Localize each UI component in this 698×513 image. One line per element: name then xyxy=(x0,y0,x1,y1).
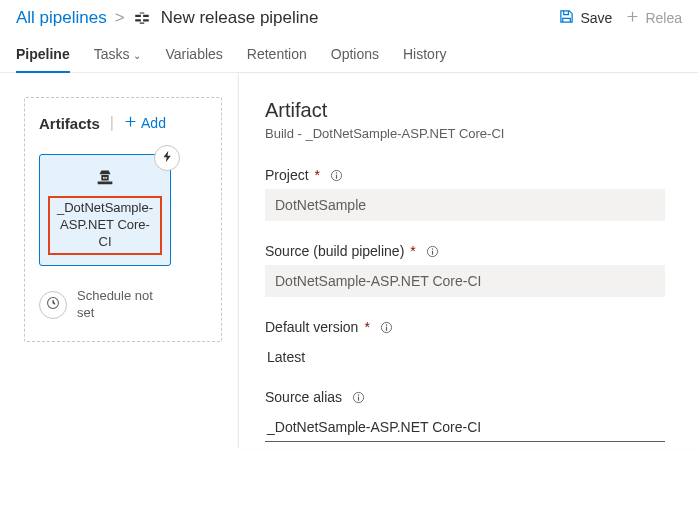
alias-label: Source alias xyxy=(265,389,342,405)
info-icon[interactable] xyxy=(380,321,393,334)
artifact-card[interactable]: _DotNetSample-ASP.NET Core-CI xyxy=(39,154,171,266)
plus-icon xyxy=(124,115,137,131)
tab-options[interactable]: Options xyxy=(331,38,379,72)
tab-tasks-label: Tasks xyxy=(94,46,130,62)
tab-tasks[interactable]: Tasks⌄ xyxy=(94,38,142,72)
required-marker: * xyxy=(315,167,320,183)
divider: | xyxy=(110,114,114,132)
info-icon[interactable] xyxy=(426,245,439,258)
artifact-details-pane: Artifact Build - _DotNetSample-ASP.NET C… xyxy=(238,73,698,448)
release-button[interactable]: Relea xyxy=(626,10,682,26)
schedule-badge xyxy=(39,291,67,319)
svg-point-5 xyxy=(432,248,433,249)
toolbar: Save Relea xyxy=(559,9,682,27)
build-icon xyxy=(94,165,116,190)
tabs: Pipeline Tasks⌄ Variables Retention Opti… xyxy=(0,32,698,73)
schedule-text: Schedule not set xyxy=(77,288,167,322)
clock-icon xyxy=(46,296,60,313)
project-input[interactable]: DotNetSample xyxy=(265,189,665,221)
tab-variables[interactable]: Variables xyxy=(165,38,222,72)
add-artifact-button[interactable]: Add xyxy=(124,115,166,131)
save-icon xyxy=(559,9,574,27)
default-version-input[interactable]: Latest xyxy=(265,341,665,367)
info-icon[interactable] xyxy=(330,169,343,182)
tab-retention[interactable]: Retention xyxy=(247,38,307,72)
required-marker: * xyxy=(364,319,369,335)
svg-rect-12 xyxy=(358,396,359,400)
breadcrumb: All pipelines > New release pipeline xyxy=(16,8,319,28)
save-button[interactable]: Save xyxy=(559,9,612,27)
tab-history[interactable]: History xyxy=(403,38,447,72)
chevron-down-icon: ⌄ xyxy=(133,50,141,61)
tab-pipeline[interactable]: Pipeline xyxy=(16,38,70,72)
pane-title: Artifact xyxy=(265,99,698,122)
project-label: Project xyxy=(265,167,309,183)
add-label: Add xyxy=(141,115,166,131)
artifacts-title: Artifacts xyxy=(39,115,100,132)
schedule-row[interactable]: Schedule not set xyxy=(39,288,207,322)
alias-input[interactable]: _DotNetSample-ASP.NET Core-CI xyxy=(265,411,665,442)
artifact-name: _DotNetSample-ASP.NET Core-CI xyxy=(48,196,162,255)
svg-rect-9 xyxy=(386,326,387,330)
plus-icon xyxy=(626,10,639,26)
save-label: Save xyxy=(580,10,612,26)
pane-subtitle: Build - _DotNetSample-ASP.NET Core-CI xyxy=(265,126,698,141)
source-label: Source (build pipeline) xyxy=(265,243,404,259)
default-version-label: Default version xyxy=(265,319,358,335)
release-pipeline-icon xyxy=(133,9,151,27)
svg-rect-3 xyxy=(336,174,337,178)
info-icon[interactable] xyxy=(352,391,365,404)
release-label: Relea xyxy=(645,10,682,26)
breadcrumb-separator: > xyxy=(115,8,125,28)
svg-rect-6 xyxy=(432,250,433,254)
lightning-icon xyxy=(161,150,174,166)
breadcrumb-root-link[interactable]: All pipelines xyxy=(16,8,107,28)
cd-trigger-button[interactable] xyxy=(154,145,180,171)
svg-point-8 xyxy=(386,324,387,325)
breadcrumb-current: New release pipeline xyxy=(161,8,319,28)
artifacts-panel: Artifacts | Add _DotNetS xyxy=(24,97,222,342)
required-marker: * xyxy=(410,243,415,259)
svg-point-2 xyxy=(336,172,337,173)
source-input[interactable]: DotNetSample-ASP.NET Core-CI xyxy=(265,265,665,297)
svg-point-11 xyxy=(358,394,359,395)
